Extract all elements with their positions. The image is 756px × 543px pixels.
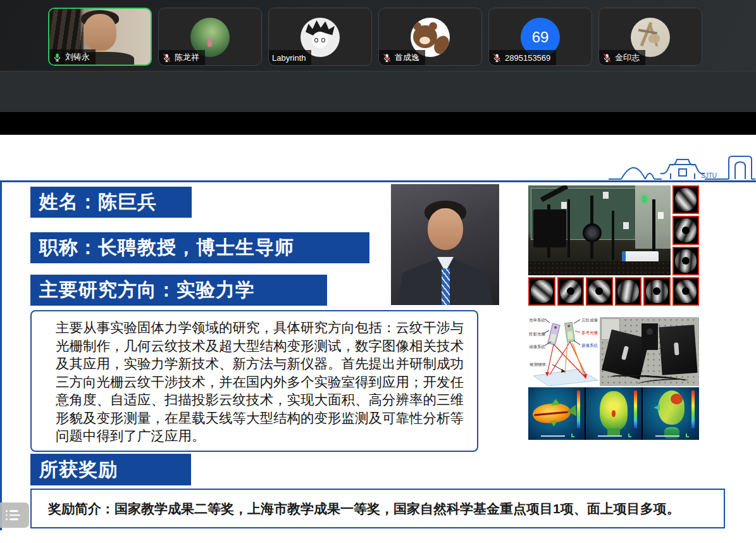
participant-tile-shouchengyi[interactable]: 首成逸 [378, 8, 482, 66]
thumbnail-panel-toggle-button[interactable] [0, 502, 29, 528]
fringe-pattern [643, 277, 671, 306]
participant-name: 刘铸永 [65, 51, 90, 63]
awards-banner: 所获奖励 [30, 454, 191, 485]
scan-fish [528, 387, 585, 440]
mic-muted-icon [162, 53, 171, 63]
svg-text:投影光栅: 投影光栅 [528, 332, 546, 337]
participant-namebar: 首成逸 [379, 50, 425, 65]
mic-muted-icon [492, 53, 502, 63]
mic-muted-icon [602, 53, 612, 63]
optical-lab-photo [528, 185, 671, 275]
figure-projection-system: 光学系统 投影光栅 成像系统 云纹成像 参考光栅 摄像系统 被测物体 [528, 315, 699, 440]
projector-units-photo [600, 317, 699, 386]
fringe-pattern [557, 277, 585, 306]
research-banner: 主要研究方向：实验力学 [30, 275, 327, 306]
participant-name: 首成逸 [395, 52, 419, 63]
research-summary-box: 主要从事实验固体力学领域的研究，具体研究方向包括：云纹干涉与光栅制作，几何云纹技… [30, 310, 478, 452]
participant-name: 金印志 [615, 52, 640, 63]
sjtu-logo-text: SJTU [701, 172, 717, 179]
fringe-pattern [615, 277, 642, 306]
fringe-pattern [672, 216, 700, 244]
participant-tile-2895153569[interactable]: 69 2895153569 [488, 8, 592, 66]
sjtu-skyline-logo: SJTU [607, 153, 756, 182]
participant-namebar: 金印志 [599, 50, 645, 65]
title-banner: 职称：长聘教授，博士生导师 [30, 232, 369, 263]
scan-face-front [586, 387, 642, 440]
awards-summary-text: 奖励简介：国家教学成果二等奖，上海市教学成果一等奖，国家自然科学基金重点项目1项… [48, 500, 680, 518]
participant-namebar: 刘铸永 [49, 49, 96, 65]
svg-text:成像系统: 成像系统 [529, 344, 546, 349]
scan-head-profile [643, 387, 699, 440]
name-banner: 姓名：陈巨兵 [30, 187, 192, 218]
participant-name: 陈龙祥 [175, 52, 199, 63]
fringe-pattern [672, 247, 700, 275]
colorbar [577, 390, 580, 428]
research-summary-text: 主要从事实验固体力学领域的研究，具体研究方向包括：云纹干涉与光栅制作，几何云纹技… [56, 319, 464, 446]
svg-text:摄像系统: 摄像系统 [581, 343, 598, 348]
moire-system-diagram: 光学系统 投影光栅 成像系统 云纹成像 参考光栅 摄像系统 被测物体 [528, 315, 600, 386]
participant-namebar: 陈龙祥 [159, 50, 205, 65]
letterbox-band [0, 112, 756, 135]
professor-portrait [391, 184, 499, 305]
awards-summary-box: 奖励简介：国家教学成果二等奖，上海市教学成果一等奖，国家自然科学基金重点项目1项… [30, 489, 725, 528]
participant-name: 2895153569 [505, 53, 550, 63]
svg-text:参考光栅: 参考光栅 [581, 330, 598, 335]
participant-strip: 刘铸永 陈龙祥 Labyrinth [0, 0, 756, 72]
svg-text:光学系统: 光学系统 [529, 318, 546, 323]
fringe-pattern [528, 277, 555, 306]
stage-background [0, 72, 756, 112]
3d-scan-results [528, 387, 699, 440]
figure-lab-and-fringes [528, 185, 699, 306]
mic-muted-icon [382, 53, 392, 63]
svg-text:被测物体: 被测物体 [530, 362, 547, 367]
colorbar [691, 390, 695, 428]
participant-namebar: 2895153569 [489, 50, 556, 65]
fringe-pattern [586, 277, 613, 306]
list-icon [9, 510, 20, 520]
colorbar [634, 390, 637, 428]
svg-text:云纹成像: 云纹成像 [581, 318, 598, 322]
participant-tile-jinyinzhi[interactable]: 金印志 [598, 8, 702, 66]
participant-tile-labyrinth[interactable]: Labyrinth [268, 8, 372, 66]
fringe-pattern [672, 185, 700, 214]
slide-left-rule [0, 180, 2, 530]
participant-tile-chenlongxiang[interactable]: 陈龙祥 [158, 8, 262, 66]
participant-name: Labyrinth [272, 53, 306, 63]
mic-on-icon [53, 53, 62, 62]
fringe-pattern [672, 277, 700, 306]
participant-tile-liuzhuyong[interactable]: 刘铸永 [48, 8, 152, 66]
meeting-window: 刘铸永 陈龙祥 Labyrinth [0, 0, 756, 543]
shared-screen-slide: SJTU 姓名：陈巨兵 职称：长聘教授，博士生导师 主要研究方向：实验力学 [0, 135, 756, 543]
participant-namebar: Labyrinth [269, 50, 311, 65]
